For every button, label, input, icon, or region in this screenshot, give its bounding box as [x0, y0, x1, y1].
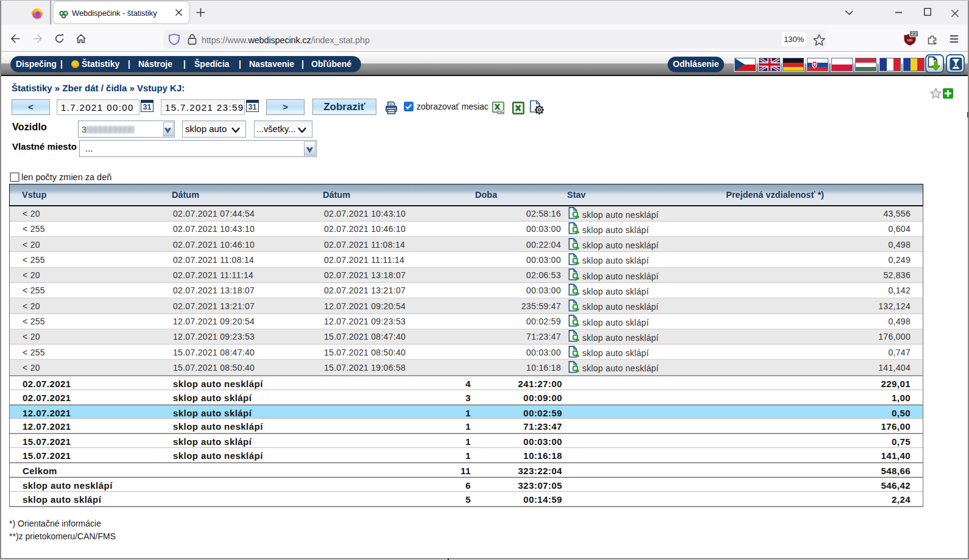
svg-text:uo: uo	[907, 37, 912, 43]
svg-text:CSV: CSV	[498, 111, 504, 114]
